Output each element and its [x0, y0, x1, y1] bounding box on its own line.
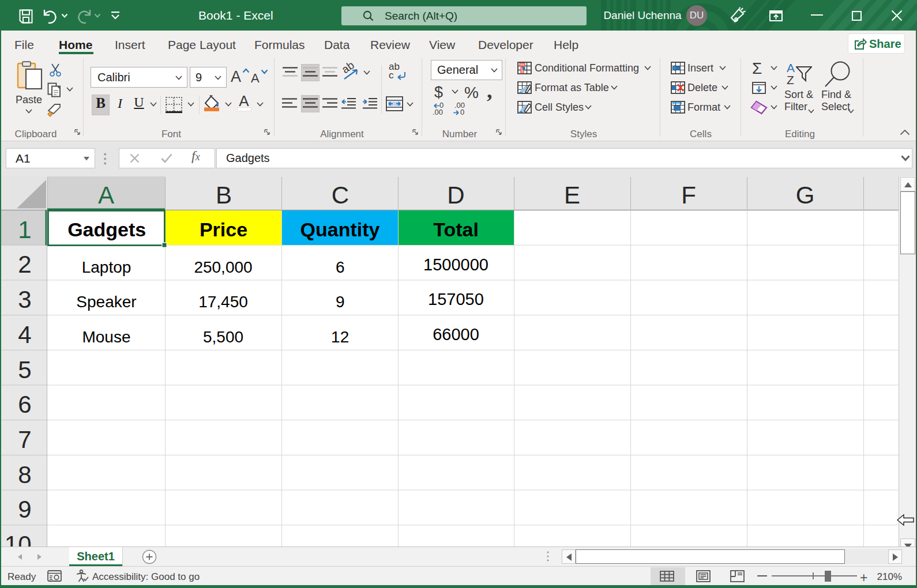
svg-text:12: 12 [331, 328, 349, 346]
svg-text:G: G [796, 182, 815, 209]
svg-text:1500000: 1500000 [423, 255, 488, 274]
svg-text:Laptop: Laptop [82, 258, 131, 276]
svg-text:F: F [681, 182, 696, 209]
svg-text:Total: Total [433, 218, 479, 240]
svg-text:17,450: 17,450 [198, 293, 248, 311]
svg-text:6: 6 [18, 391, 31, 418]
svg-text:3: 3 [18, 286, 31, 313]
svg-text:5: 5 [18, 356, 31, 383]
svg-text:C: C [332, 182, 349, 209]
svg-text:Price: Price [200, 218, 247, 240]
svg-text:7: 7 [18, 426, 31, 453]
svg-text:A: A [98, 182, 114, 209]
svg-text:2: 2 [18, 251, 31, 278]
svg-text:1: 1 [18, 216, 31, 243]
svg-text:250,000: 250,000 [194, 258, 252, 276]
svg-text:Quantity: Quantity [300, 218, 380, 240]
svg-text:157050: 157050 [428, 290, 484, 308]
svg-text:6: 6 [336, 258, 345, 276]
svg-text:E: E [564, 182, 580, 209]
svg-text:9: 9 [18, 496, 31, 523]
svg-text:9: 9 [336, 293, 345, 311]
svg-text:8: 8 [18, 461, 31, 488]
svg-text:B: B [216, 182, 232, 209]
svg-text:Gadgets: Gadgets [67, 218, 146, 240]
svg-text:Speaker: Speaker [76, 293, 136, 311]
svg-text:5,500: 5,500 [203, 328, 243, 346]
svg-text:Mouse: Mouse [82, 328, 130, 346]
svg-text:D: D [447, 182, 464, 209]
svg-text:10: 10 [5, 531, 32, 546]
svg-text:66000: 66000 [433, 325, 479, 344]
svg-text:4: 4 [18, 321, 31, 348]
